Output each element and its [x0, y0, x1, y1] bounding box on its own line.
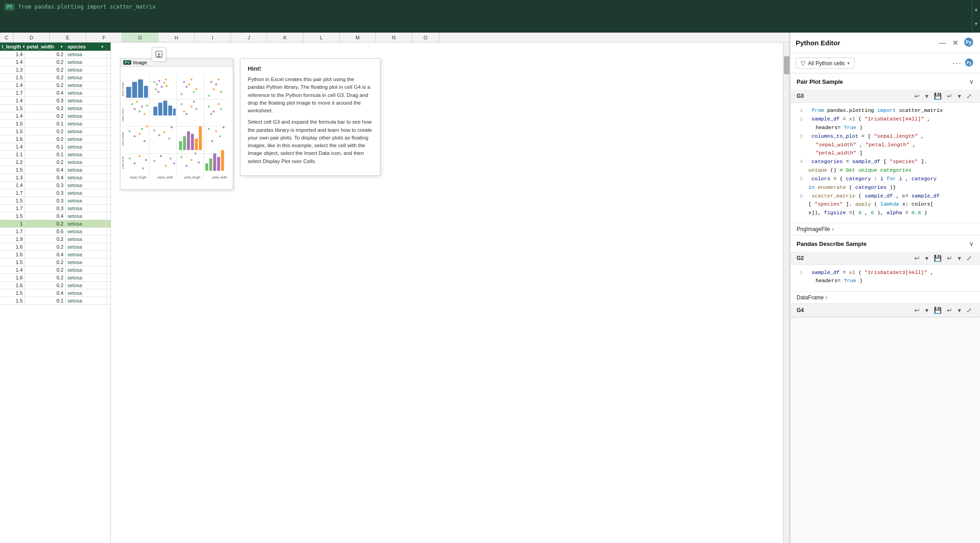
cell-petal-length[interactable]: 1.7: [0, 205, 25, 212]
undo-button-g4[interactable]: ↩: [913, 306, 922, 315]
cell-species[interactable]: setosa: [66, 128, 106, 135]
code-block-g2[interactable]: 1 sample_df = xl ( "IrisDataSet3[#All]" …: [790, 265, 980, 291]
editor-py-icon[interactable]: Py: [964, 57, 975, 69]
cell-species[interactable]: setosa: [66, 182, 106, 189]
cell-species[interactable]: setosa: [66, 274, 106, 281]
close-button[interactable]: ✕: [951, 38, 960, 48]
cell-species[interactable]: setosa: [66, 51, 106, 58]
cell-petal-width[interactable]: 0.3: [25, 205, 66, 212]
cell-petal-length[interactable]: 1.4: [0, 51, 25, 58]
insert-data-button[interactable]: [152, 47, 166, 62]
cell-species[interactable]: setosa: [66, 197, 106, 204]
scrollbar-thumb[interactable]: [784, 56, 789, 74]
run-button-g3[interactable]: ↵: [945, 91, 954, 101]
cell-petal-width[interactable]: 0.2: [25, 235, 66, 243]
cell-species[interactable]: setosa: [66, 105, 106, 112]
cell-petal-width[interactable]: 0.1: [25, 151, 66, 158]
save-button-g3[interactable]: 💾: [932, 91, 943, 101]
cell-petal-length[interactable]: 1.5: [0, 105, 25, 112]
run-button-g4[interactable]: ↵: [945, 306, 954, 315]
cell-species[interactable]: setosa: [66, 89, 106, 96]
cell-petal-width[interactable]: 0.1: [25, 143, 66, 150]
cell-petal-length[interactable]: 1.5: [0, 289, 25, 297]
vertical-scrollbar[interactable]: [783, 43, 789, 543]
cell-species[interactable]: setosa: [66, 112, 106, 120]
cell-petal-width[interactable]: 0.2: [25, 274, 66, 281]
cell-petal-width[interactable]: 0.2: [25, 266, 66, 274]
cell-petal-length[interactable]: 1.7: [0, 89, 25, 96]
save-button-g4[interactable]: 💾: [932, 306, 943, 315]
cell-species[interactable]: setosa: [66, 282, 106, 289]
cell-petal-length[interactable]: 1.3: [0, 66, 25, 73]
cell-species[interactable]: setosa: [66, 266, 106, 274]
cell-petal-length[interactable]: 1.5: [0, 297, 25, 304]
cell-species[interactable]: setosa: [66, 251, 106, 258]
cell-species[interactable]: setosa: [66, 166, 106, 173]
cell-petal-length[interactable]: 1.5: [0, 259, 25, 266]
cell-petal-width[interactable]: 0.4: [25, 251, 66, 258]
cell-species[interactable]: setosa: [66, 212, 106, 220]
cell-petal-width[interactable]: 0.2: [25, 51, 66, 58]
undo-dropdown-g4[interactable]: ▾: [923, 306, 930, 315]
cell-petal-length[interactable]: 1.2: [0, 159, 25, 166]
cell-petal-width[interactable]: 0.4: [25, 89, 66, 96]
python-icon-button[interactable]: Py: [963, 36, 975, 49]
cell-petal-length[interactable]: 1.4: [0, 82, 25, 89]
run-dropdown-g4[interactable]: ▾: [956, 306, 963, 315]
cell-petal-width[interactable]: 0.2: [25, 259, 66, 266]
cell-petal-width[interactable]: 0.5: [25, 228, 66, 235]
cell-petal-width[interactable]: 0.2: [25, 135, 66, 143]
cell-petal-length[interactable]: 1.5: [0, 74, 25, 81]
cell-species[interactable]: setosa: [66, 159, 106, 166]
cell-petal-width[interactable]: 0.2: [25, 128, 66, 135]
cell-petal-length[interactable]: 1.4: [0, 97, 25, 104]
cell-species[interactable]: setosa: [66, 143, 106, 150]
cell-petal-width[interactable]: 0.2: [25, 282, 66, 289]
expand-button-g4[interactable]: ⤢: [965, 306, 974, 315]
run-dropdown-g2[interactable]: ▾: [956, 254, 963, 263]
cell-petal-length[interactable]: 1.4: [0, 143, 25, 150]
cell-petal-length[interactable]: 1.5: [0, 120, 25, 127]
cell-petal-width[interactable]: 0.1: [25, 297, 66, 304]
cell-species[interactable]: setosa: [66, 58, 106, 66]
cell-species[interactable]: setosa: [66, 235, 106, 243]
cell-petal-length[interactable]: 1.5: [0, 212, 25, 220]
sort-icon-width[interactable]: ▼: [60, 45, 63, 49]
cell-species[interactable]: setosa: [66, 66, 106, 73]
scroll-up-icon[interactable]: ▲: [974, 7, 979, 12]
cell-petal-length[interactable]: 1.7: [0, 189, 25, 197]
sort-icon-species[interactable]: ▼: [101, 45, 104, 49]
section-header-pair-plot[interactable]: Pair Plot Sample ∨: [790, 73, 980, 90]
cell-petal-width[interactable]: 0.2: [25, 74, 66, 81]
undo-dropdown-g2[interactable]: ▾: [923, 254, 930, 263]
cell-species[interactable]: setosa: [66, 174, 106, 181]
minimize-button[interactable]: —: [937, 38, 948, 48]
col-header-g[interactable]: G: [122, 33, 159, 42]
cell-species[interactable]: setosa: [66, 289, 106, 297]
cell-petal-width[interactable]: 0.2: [25, 220, 66, 227]
cell-petal-length[interactable]: 1.5: [0, 197, 25, 204]
cell-petal-width[interactable]: 0.4: [25, 212, 66, 220]
cell-petal-width[interactable]: 0.2: [25, 159, 66, 166]
cell-petal-width[interactable]: 0.2: [25, 105, 66, 112]
cell-petal-width[interactable]: 0.1: [25, 120, 66, 127]
cell-petal-width[interactable]: 0.4: [25, 174, 66, 181]
cell-petal-width[interactable]: 0.3: [25, 197, 66, 204]
cell-petal-length[interactable]: 1.6: [0, 135, 25, 143]
cell-petal-length[interactable]: 1.7: [0, 228, 25, 235]
cell-petal-length[interactable]: 1.4: [0, 182, 25, 189]
cell-species[interactable]: setosa: [66, 135, 106, 143]
cell-petal-width[interactable]: 0.4: [25, 166, 66, 173]
cell-petal-width[interactable]: 0.2: [25, 112, 66, 120]
cell-petal-length[interactable]: 1.6: [0, 243, 25, 250]
code-block-g3[interactable]: 1 from pandas.plotting import scatter_ma…: [790, 103, 980, 223]
run-dropdown-g3[interactable]: ▾: [956, 91, 963, 101]
cell-petal-width[interactable]: 0.2: [25, 58, 66, 66]
cell-species[interactable]: setosa: [66, 189, 106, 197]
cell-petal-width[interactable]: 0.2: [25, 66, 66, 73]
cell-petal-length[interactable]: 1.9: [0, 235, 25, 243]
cell-petal-length[interactable]: 1.1: [0, 151, 25, 158]
filter-all-python-cells[interactable]: ▽ All Python cells ▾: [796, 58, 855, 69]
undo-button-g2[interactable]: ↩: [913, 254, 922, 263]
cell-petal-length[interactable]: 1.3: [0, 174, 25, 181]
